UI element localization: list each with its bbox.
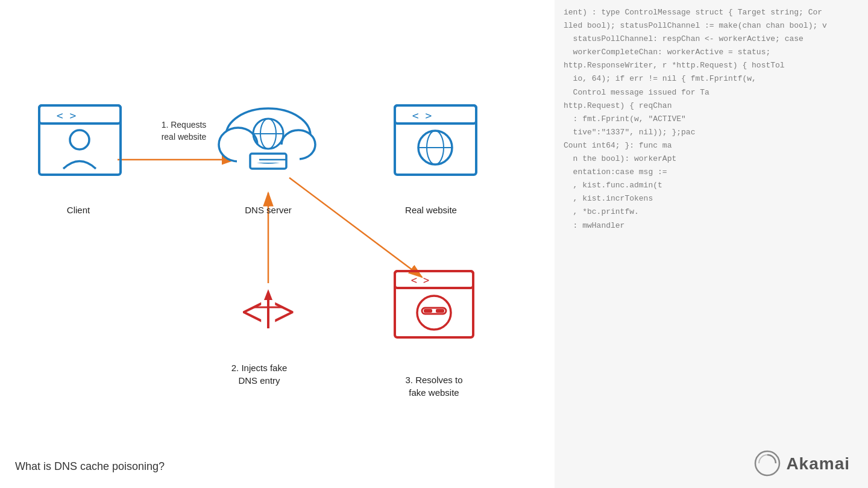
svg-rect-5 <box>39 105 121 175</box>
code-line: Control message issued for Ta <box>564 86 859 99</box>
svg-text:< >: < > <box>57 109 77 122</box>
svg-point-8 <box>70 130 89 149</box>
svg-rect-34 <box>424 309 432 313</box>
code-line: , kist.incrTokens <box>564 192 859 205</box>
akamai-icon <box>754 450 781 477</box>
svg-line-3 <box>289 178 422 277</box>
code-line: io, 64); if err != nil { fmt.Fprintf(w, <box>564 72 859 86</box>
code-line: ient) : type ControlMessage struct { Tar… <box>564 6 859 19</box>
code-line: workerCompleteChan: workerActive = statu… <box>564 46 859 59</box>
svg-rect-20 <box>395 105 476 124</box>
code-background: ient) : type ControlMessage struct { Tar… <box>555 0 868 488</box>
arrow-1-label: 1. Requests real website <box>145 119 223 143</box>
fake-website-label: 3. Resolves to fake website <box>383 374 485 399</box>
client-label: Client <box>36 205 121 215</box>
akamai-logo: Akamai <box>754 450 850 477</box>
svg-text:< >: < > <box>411 274 430 286</box>
code-line: : fmt.Fprint(w, "ACTIVE" <box>564 113 859 126</box>
code-line: http.Request) { reqChan <box>564 99 859 113</box>
svg-rect-30 <box>395 271 473 288</box>
code-line: statusPollChannel: respChan <- workerAct… <box>564 33 859 46</box>
svg-rect-29 <box>395 271 473 337</box>
svg-text:< >: < > <box>412 109 432 122</box>
code-line: lled bool); statusPollChannel := make(ch… <box>564 19 859 33</box>
svg-rect-35 <box>436 309 444 313</box>
dns-label: DNS server <box>223 205 313 215</box>
code-line: , kist.func.admin(t <box>564 179 859 192</box>
svg-rect-6 <box>39 105 121 124</box>
code-line: http.ResponseWriter, r *http.Request) { … <box>564 59 859 72</box>
code-line: tive":"1337", nil)); };pac <box>564 126 859 139</box>
code-line: , *bc.printfw. <box>564 205 859 219</box>
page-title: What is DNS cache poisoning? <box>15 460 165 473</box>
code-line: : mwHandler <box>564 219 859 233</box>
code-line: n the bool): workerApt <box>564 152 859 166</box>
akamai-text: Akamai <box>786 454 850 474</box>
attacker-label: 2. Injects fake DNS entry <box>205 361 313 387</box>
code-line: entation:case msg := <box>564 166 859 179</box>
code-line: Count int64; }: func ma <box>564 139 859 152</box>
real-website-label: Real website <box>386 205 476 215</box>
